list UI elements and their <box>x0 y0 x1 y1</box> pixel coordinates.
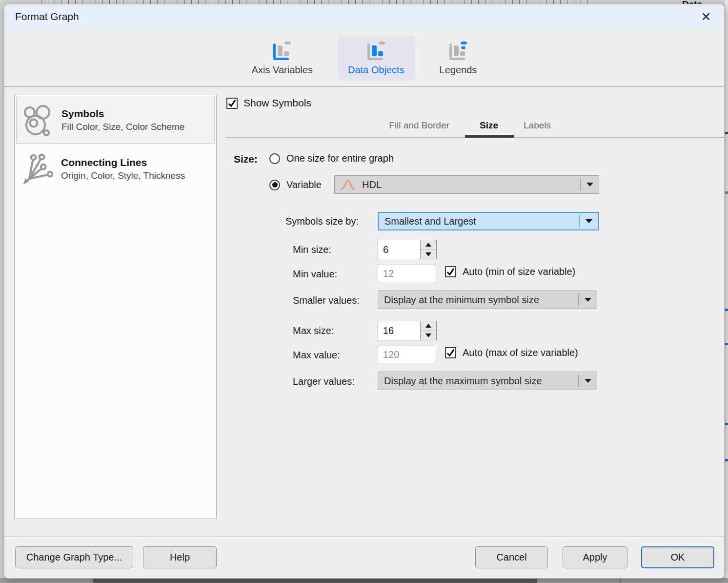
max-auto-checkbox[interactable] <box>445 347 456 358</box>
chevron-down-icon[interactable] <box>579 291 597 309</box>
sidebar-item-connecting-lines[interactable]: Connecting Lines Origin, Color, Style, T… <box>16 146 215 192</box>
show-symbols-row: Show Symbols <box>226 97 311 109</box>
tab-data-objects[interactable]: Data Objects <box>337 36 415 81</box>
larger-values-label: Larger values: <box>293 376 355 387</box>
format-graph-dialog: Format Graph ✕ Axis Variables Data Objec… <box>4 4 725 579</box>
spinner-buttons <box>420 321 436 340</box>
max-size-label: Max size: <box>293 325 334 336</box>
background-right-strip <box>725 0 728 583</box>
subtab-active-underline <box>465 135 514 138</box>
sidebar-item-title: Symbols <box>61 108 184 120</box>
top-tab-bar: Axis Variables Data Objects Legends <box>4 29 724 86</box>
chevron-down-icon[interactable] <box>580 213 598 229</box>
spinner-up-icon[interactable] <box>421 321 436 331</box>
spinner-down-icon[interactable] <box>421 331 436 340</box>
tab-label: Legends <box>440 64 477 76</box>
variable-dropdown-value: HDL <box>355 179 580 190</box>
help-button[interactable]: Help <box>143 546 217 568</box>
tab-legends[interactable]: Legends <box>429 36 488 81</box>
symbols-size-by-value: Smallest and Largest <box>379 216 579 227</box>
max-size-spinner <box>378 321 437 340</box>
one-size-radio[interactable] <box>269 153 280 164</box>
variable-radio-label: Variable <box>286 179 322 190</box>
apply-button[interactable]: Apply <box>563 546 627 568</box>
min-auto-label: Auto (min of size variable) <box>463 266 575 277</box>
tab-axis-variables[interactable]: Axis Variables <box>241 36 324 81</box>
background-fragment <box>725 423 728 425</box>
max-value-input[interactable] <box>378 346 435 363</box>
tab-label: Data Objects <box>348 64 404 76</box>
min-size-input[interactable] <box>378 240 420 259</box>
dialog-titlebar[interactable]: Format Graph ✕ <box>4 4 724 29</box>
max-size-input[interactable] <box>378 321 420 340</box>
larger-values-dropdown[interactable]: Display at the maximum symbol size <box>378 372 597 390</box>
min-auto-row: Auto (min of size variable) <box>445 266 575 277</box>
legends-chart-icon <box>449 42 467 60</box>
symbols-size-by-dropdown[interactable]: Smallest and Largest <box>378 212 599 230</box>
larger-values-value: Display at the maximum symbol size <box>378 375 578 387</box>
distribution-curve-icon <box>341 179 355 190</box>
change-graph-type-button[interactable]: Change Graph Type... <box>15 546 133 568</box>
show-symbols-label: Show Symbols <box>243 97 311 109</box>
spinner-down-icon[interactable] <box>421 250 436 259</box>
smaller-values-dropdown[interactable]: Display at the minimum symbol size <box>378 291 597 309</box>
min-size-label: Min size: <box>293 244 331 255</box>
background-scrollbar[interactable] <box>0 578 728 583</box>
background-fragment <box>725 191 728 194</box>
sidebar-item-subtitle: Origin, Color, Style, Thickness <box>61 170 185 181</box>
min-value-label: Min value: <box>293 269 337 280</box>
chevron-down-icon[interactable] <box>581 176 599 193</box>
axis-variables-chart-icon <box>273 42 291 60</box>
header-divider <box>4 86 724 87</box>
close-icon[interactable]: ✕ <box>698 8 714 25</box>
variable-radio[interactable] <box>269 180 280 190</box>
checkmark-icon <box>446 267 455 276</box>
size-section-label: Size: <box>234 153 258 165</box>
spinner-up-icon[interactable] <box>421 240 436 250</box>
smaller-values-value: Display at the minimum symbol size <box>378 294 578 306</box>
dialog-title: Format Graph <box>15 11 79 22</box>
subtab-labels[interactable]: Labels <box>524 120 551 131</box>
chevron-down-icon[interactable] <box>579 372 597 390</box>
smaller-values-label: Smaller values: <box>293 295 360 306</box>
sidebar-item-title: Connecting Lines <box>61 157 185 168</box>
variable-radio-row: Variable <box>269 179 322 190</box>
screen: Data Format Graph ✕ Axis Variables <box>0 0 728 583</box>
symbols-size-by-label: Symbols size by: <box>285 216 359 227</box>
tab-label: Axis Variables <box>252 64 313 76</box>
subtab-size[interactable]: Size <box>480 120 498 131</box>
scrollbar-divider <box>620 578 621 583</box>
background-fragment <box>725 132 728 134</box>
variable-dropdown[interactable]: HDL <box>334 175 599 194</box>
max-auto-row: Auto (max of size variable) <box>445 347 578 358</box>
checkmark-icon <box>446 348 455 357</box>
max-auto-label: Auto (max of size variable) <box>463 347 578 358</box>
checkmark-icon <box>227 99 237 108</box>
subtab-fill-and-border[interactable]: Fill and Border <box>389 120 449 131</box>
min-value-input[interactable] <box>378 265 435 282</box>
min-auto-checkbox[interactable] <box>445 266 456 277</box>
background-fragment <box>725 459 728 461</box>
scrollbar-thumb[interactable] <box>93 578 537 583</box>
sidebar-item-subtitle: Fill Color, Size, Color Scheme <box>61 122 184 132</box>
data-objects-chart-icon <box>367 42 385 60</box>
one-size-radio-row: One size for entire graph <box>269 153 394 164</box>
background-fragment <box>725 309 728 311</box>
min-size-spinner <box>378 240 437 259</box>
sidebar-item-symbols[interactable]: Symbols Fill Color, Size, Color Scheme <box>16 97 215 144</box>
max-value-label: Max value: <box>293 350 340 361</box>
ok-button[interactable]: OK <box>641 546 714 568</box>
footer-divider <box>4 536 724 537</box>
connecting-lines-icon <box>22 153 53 185</box>
sidebar-panel: Symbols Fill Color, Size, Color Scheme <box>14 95 217 519</box>
bubbles-icon <box>22 104 54 136</box>
show-symbols-checkbox[interactable] <box>226 98 238 109</box>
spinner-buttons <box>420 240 436 259</box>
background-fragment <box>725 343 728 345</box>
one-size-radio-label: One size for entire graph <box>286 153 394 164</box>
cancel-button[interactable]: Cancel <box>475 546 548 568</box>
